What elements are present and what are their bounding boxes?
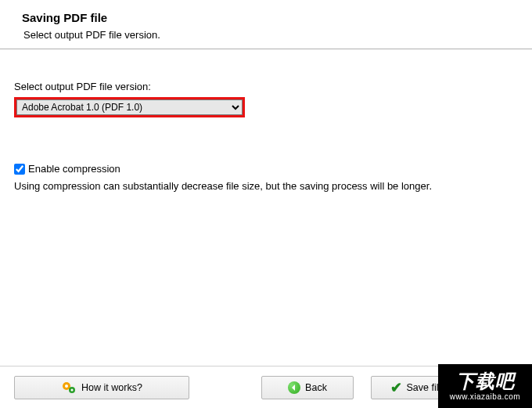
compression-description: Using compression can substantially decr…: [14, 179, 518, 193]
arrow-left-icon: [288, 381, 300, 394]
header: Saving PDF file Select output PDF file v…: [0, 0, 532, 49]
page-subtitle: Select output PDF file version.: [23, 29, 532, 41]
gear-icon: [61, 381, 77, 395]
back-label: Back: [305, 382, 327, 393]
enable-compression-checkbox[interactable]: [14, 164, 25, 175]
watermark-title: 下载吧: [456, 372, 515, 391]
enable-compression-label: Enable compression: [28, 163, 120, 175]
check-icon: ✔: [390, 381, 402, 395]
page-title: Saving PDF file: [22, 11, 532, 24]
how-it-works-button[interactable]: How it works?: [14, 376, 189, 399]
how-it-works-label: How it works?: [81, 382, 142, 393]
version-select[interactable]: Adobe Acrobat 1.0 (PDF 1.0): [16, 99, 243, 115]
watermark-url: www.xiazaiba.com: [450, 392, 520, 401]
compression-section: Enable compression Using compression can…: [14, 163, 518, 193]
version-select-highlight: Adobe Acrobat 1.0 (PDF 1.0): [14, 97, 245, 117]
version-label: Select output PDF file version:: [14, 81, 518, 92]
watermark: 下载吧 www.xiazaiba.com: [438, 364, 532, 408]
back-button[interactable]: Back: [261, 376, 354, 399]
content-area: Select output PDF file version: Adobe Ac…: [0, 49, 532, 193]
svg-point-3: [71, 388, 74, 391]
svg-point-1: [65, 385, 68, 388]
